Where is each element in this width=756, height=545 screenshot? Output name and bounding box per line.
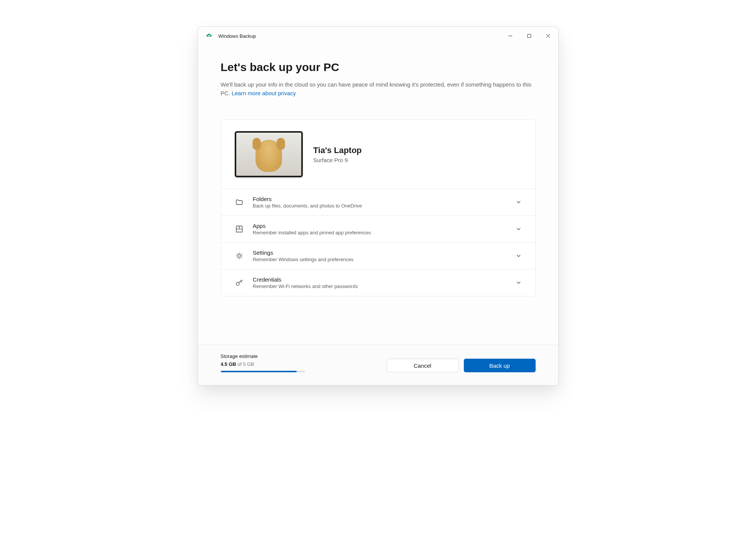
- page-subtext: We'll back up your info in the cloud so …: [221, 81, 536, 98]
- gear-icon: [235, 251, 244, 260]
- folder-icon: [235, 198, 244, 207]
- device-thumbnail: [235, 131, 303, 177]
- storage-section: Storage estimate 4.5 GB of 5 GB: [221, 353, 305, 372]
- page-heading: Let's back up your PC: [221, 61, 536, 74]
- minimize-button[interactable]: [501, 27, 520, 45]
- section-title: Settings: [253, 249, 507, 256]
- storage-progress-fill: [221, 371, 297, 372]
- cancel-button[interactable]: Cancel: [387, 359, 459, 372]
- device-info: Tia's Laptop Surface Pro 9: [313, 146, 362, 163]
- backup-button[interactable]: Back up: [464, 359, 536, 372]
- section-title: Folders: [253, 196, 507, 202]
- maximize-icon: [527, 34, 531, 38]
- storage-progress: [221, 371, 305, 372]
- storage-value: 4.5 GB of 5 GB: [221, 361, 305, 367]
- close-icon: [546, 34, 550, 38]
- storage-total: of 5 GB: [236, 361, 254, 367]
- titlebar: Windows Backup: [198, 27, 558, 45]
- close-button[interactable]: [539, 27, 558, 45]
- titlebar-left: Windows Backup: [206, 32, 256, 40]
- apps-icon: [235, 225, 244, 234]
- chevron-down-icon: [516, 226, 522, 232]
- section-settings[interactable]: Settings Remember Windows settings and p…: [221, 242, 535, 269]
- chevron-down-icon: [516, 253, 522, 259]
- section-desc: Remember Wi-Fi networks and other passwo…: [253, 283, 507, 289]
- device-name: Tia's Laptop: [313, 146, 362, 155]
- section-apps[interactable]: Apps Remember installed apps and pinned …: [221, 215, 535, 242]
- section-desc: Remember installed apps and pinned app p…: [253, 230, 507, 235]
- section-text: Credentials Remember Wi-Fi networks and …: [253, 276, 507, 289]
- chevron-down-icon: [516, 280, 522, 286]
- maximize-button[interactable]: [520, 27, 539, 45]
- section-title: Credentials: [253, 276, 507, 283]
- footer: Storage estimate 4.5 GB of 5 GB Cancel B…: [198, 345, 558, 385]
- section-text: Folders Back up files, documents, and ph…: [253, 196, 507, 209]
- chevron-down-icon: [516, 199, 522, 205]
- section-text: Settings Remember Windows settings and p…: [253, 249, 507, 262]
- content: Let's back up your PC We'll back up your…: [198, 45, 558, 308]
- svg-point-7: [238, 255, 240, 257]
- section-credentials[interactable]: Credentials Remember Wi-Fi networks and …: [221, 269, 535, 296]
- app-title: Windows Backup: [218, 33, 256, 39]
- key-icon: [235, 278, 244, 287]
- svg-rect-1: [527, 34, 531, 38]
- device-model: Surface Pro 9: [313, 157, 362, 163]
- privacy-link[interactable]: Learn more about privacy: [232, 90, 296, 96]
- window-controls: [501, 27, 558, 45]
- footer-buttons: Cancel Back up: [387, 359, 536, 372]
- section-desc: Remember Windows settings and preference…: [253, 257, 507, 262]
- app-window: Windows Backup Let's back up you: [198, 26, 559, 386]
- section-title: Apps: [253, 223, 507, 229]
- storage-used: 4.5 GB: [221, 361, 236, 367]
- device-card: Tia's Laptop Surface Pro 9 Folders Back …: [221, 119, 536, 296]
- device-header: Tia's Laptop Surface Pro 9: [221, 120, 535, 189]
- minimize-icon: [508, 34, 513, 38]
- section-folders[interactable]: Folders Back up files, documents, and ph…: [221, 189, 535, 215]
- section-desc: Back up files, documents, and photos to …: [253, 203, 507, 209]
- section-text: Apps Remember installed apps and pinned …: [253, 223, 507, 235]
- storage-label: Storage estimate: [221, 353, 305, 359]
- app-cloud-icon: [206, 32, 213, 40]
